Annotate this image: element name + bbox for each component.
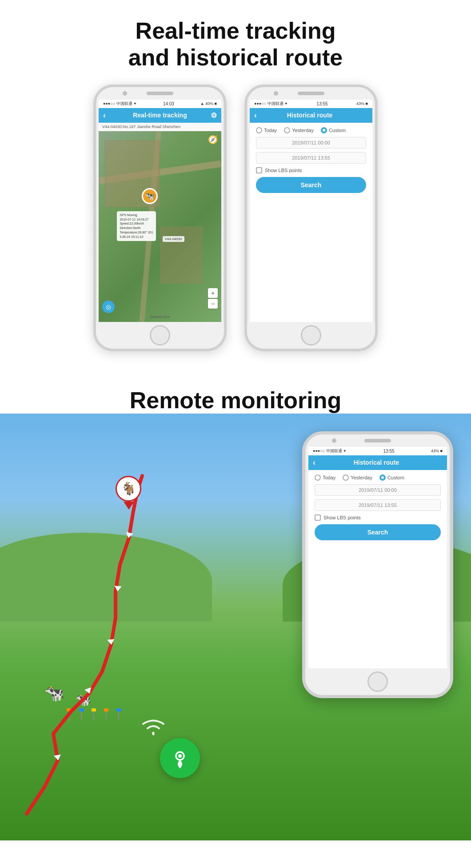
phone3-date-start[interactable]: 2019/07/11 00:00 bbox=[315, 484, 441, 496]
flag-4 bbox=[104, 708, 108, 720]
phone1-nav-title: Real-time tracking bbox=[109, 112, 211, 119]
map-location-button[interactable]: ◎ bbox=[102, 301, 115, 313]
map-info-date: 2019-07-11 14:03:27 bbox=[120, 217, 153, 222]
phone3-date-end[interactable]: 2019/07/11 13:55 bbox=[315, 499, 441, 511]
phone1-back-button[interactable]: ‹ bbox=[103, 111, 106, 120]
phone2-date-end[interactable]: 2019/07/11 13:55 bbox=[256, 152, 366, 164]
phone3-home-button[interactable] bbox=[367, 671, 388, 692]
section2-header: Remote monitoring bbox=[0, 374, 471, 414]
phone3-bottom bbox=[305, 668, 450, 695]
flag-1 bbox=[67, 708, 71, 720]
phone2-radio-custom-circle bbox=[321, 127, 327, 133]
phone3-search-button[interactable]: Search bbox=[315, 524, 441, 540]
section1-title: Real-time tracking and historical route bbox=[9, 18, 462, 71]
phone3-nav-title: Historical route bbox=[319, 459, 434, 466]
phone3-battery: 43% ■ bbox=[431, 449, 443, 453]
gps-location-button[interactable] bbox=[160, 738, 200, 778]
phone2-radio-custom-label: Custom bbox=[329, 128, 346, 133]
phone1-address: V44-04030:No.167 Jianshe Road Shenzhen bbox=[99, 123, 221, 131]
map-zoom-controls: + − bbox=[208, 288, 218, 309]
phone3-show-lbs-row: Show LBS points bbox=[315, 514, 441, 521]
phone3-historical-screen: Today Yesterday Custom 2019/07/11 00:00 … bbox=[308, 470, 447, 668]
phone2-show-lbs-row: Show LBS points bbox=[256, 167, 366, 173]
section1-header: Real-time tracking and historical route bbox=[0, 0, 471, 84]
scene-cow-1: 🐄 bbox=[44, 684, 64, 703]
phone1-top-bar bbox=[96, 87, 224, 100]
phone2-radio-custom[interactable]: Custom bbox=[321, 127, 346, 133]
phone2-radio-today[interactable]: Today bbox=[256, 127, 277, 133]
map-animal-pin[interactable]: 🐄 bbox=[142, 188, 158, 204]
phone2-bottom bbox=[247, 322, 375, 349]
phones-row: ●●●○○ 中国联通 ✦ 14:03 ▲ 40% ■ ‹ Real-time t… bbox=[0, 84, 471, 374]
map-building-2 bbox=[160, 226, 203, 284]
phone2-lbs-checkbox[interactable] bbox=[256, 167, 262, 173]
section2-title: Remote monitoring bbox=[9, 387, 462, 414]
phone2-top-bar bbox=[247, 87, 375, 100]
phone2-status-bar: ●●●○○ 中国联通 ✦ 13:55 43% ■ bbox=[250, 100, 372, 108]
phone2-search-button[interactable]: Search bbox=[256, 177, 366, 193]
map-info-box: GPS Moving 2019-07-11 14:03:27 Speed:22.… bbox=[117, 211, 156, 241]
phone2-radio-row: Today Yesterday Custom bbox=[256, 127, 366, 133]
phone3-speaker bbox=[364, 439, 391, 442]
phone1-time: 14:03 bbox=[163, 101, 174, 106]
phone3-lbs-checkbox[interactable] bbox=[315, 514, 321, 521]
wifi-signal-icon bbox=[138, 713, 169, 743]
flag-3 bbox=[92, 708, 96, 720]
phone3-radio-yesterday-circle bbox=[343, 474, 349, 481]
phone3-show-lbs-label: Show LBS points bbox=[323, 515, 361, 520]
phone3-radio-yesterday[interactable]: Yesterday bbox=[343, 474, 372, 481]
phone2-shell: ●●●○○ 中国联通 ✦ 13:55 43% ■ ‹ Historical ro… bbox=[244, 84, 378, 351]
map-info-speed: Speed:22.00km/h bbox=[120, 221, 153, 226]
phone2-date-start[interactable]: 2019/07/11 00:00 bbox=[256, 137, 366, 149]
phone2-radio-today-label: Today bbox=[264, 128, 277, 133]
phone2-home-button[interactable] bbox=[301, 325, 321, 346]
phone1-map: 🧭 🐄 GPS Moving 2019-07-11 14:03:27 Speed… bbox=[99, 131, 221, 322]
phone2-radio-yesterday[interactable]: Yesterday bbox=[284, 127, 314, 133]
map-info-coords: 0.06-24 15:11:10 bbox=[120, 235, 153, 239]
map-compass-icon: 🧭 bbox=[208, 135, 218, 145]
map-info-temp: Temperature:26.80° 201 bbox=[120, 230, 153, 235]
map-info-direction: Direction:North bbox=[120, 226, 153, 230]
phone3-navbar: ‹ Historical route bbox=[308, 455, 447, 470]
phone3-radio-today[interactable]: Today bbox=[315, 474, 335, 481]
phone3-time: 13:55 bbox=[383, 449, 395, 454]
phone3-radio-custom[interactable]: Custom bbox=[379, 474, 404, 481]
phone3-top-bar bbox=[305, 434, 450, 447]
fence-flags-row bbox=[67, 708, 121, 720]
phone2-nav-title: Historical route bbox=[260, 112, 359, 119]
phone2-speaker bbox=[298, 92, 324, 95]
phone3-carrier: ●●●○○ 中国联通 ✦ bbox=[313, 448, 347, 454]
phone1-carrier: ●●●○○ 中国联通 ✦ bbox=[103, 101, 137, 107]
svg-point-1 bbox=[178, 754, 182, 758]
phone3-shell: ●●●○○ 中国联通 ✦ 13:55 43% ■ ‹ Historical ro… bbox=[302, 431, 453, 698]
map-zoom-in-button[interactable]: + bbox=[208, 288, 218, 298]
phone2-radio-yesterday-label: Yesterday bbox=[292, 128, 314, 133]
map-device-label: V44-04030 bbox=[163, 236, 184, 242]
phone3-radio-row: Today Yesterday Custom bbox=[315, 474, 441, 481]
phone3-radio-custom-label: Custom bbox=[387, 475, 404, 480]
phone2-historical-screen: Today Yesterday Custom 2019/07/11 00:00 … bbox=[250, 123, 372, 322]
map-zoom-out-button[interactable]: − bbox=[208, 299, 218, 309]
phone2-battery: 43% ■ bbox=[356, 101, 368, 106]
phone2-radio-yesterday-circle bbox=[284, 127, 290, 133]
phone2-back-button[interactable]: ‹ bbox=[254, 111, 257, 120]
phone1-navbar: ‹ Real-time tracking ⚙ bbox=[99, 108, 221, 123]
remote-scene: 🐄 🐄 🐐 bbox=[0, 414, 471, 840]
phone3-radio-today-circle bbox=[315, 474, 321, 481]
phone3-radio-custom-circle bbox=[379, 474, 386, 481]
phone1-status-bar: ●●●○○ 中国联通 ✦ 14:03 ▲ 40% ■ bbox=[99, 100, 221, 108]
phone1-home-button[interactable] bbox=[150, 325, 170, 346]
goat-pin-pointer bbox=[124, 502, 134, 510]
phone1-battery: ▲ 40% ■ bbox=[200, 101, 217, 106]
goat-location-pin: 🐐 bbox=[116, 476, 142, 507]
phone3-back-button[interactable]: ‹ bbox=[313, 458, 315, 467]
phone1-camera bbox=[123, 91, 127, 96]
phone3-screen: ●●●○○ 中国联通 ✦ 13:55 43% ■ ‹ Historical ro… bbox=[308, 447, 447, 668]
phone1-settings-icon[interactable]: ⚙ bbox=[211, 111, 217, 120]
phone1-screen: ●●●○○ 中国联通 ✦ 14:03 ▲ 40% ■ ‹ Real-time t… bbox=[99, 100, 221, 322]
phone2-camera bbox=[274, 91, 278, 96]
phone2-show-lbs-label: Show LBS points bbox=[265, 168, 302, 173]
map-distance-label: Distance:10 m bbox=[150, 315, 170, 318]
goat-pin-marker: 🐐 bbox=[116, 476, 142, 507]
flag-2 bbox=[79, 708, 84, 720]
